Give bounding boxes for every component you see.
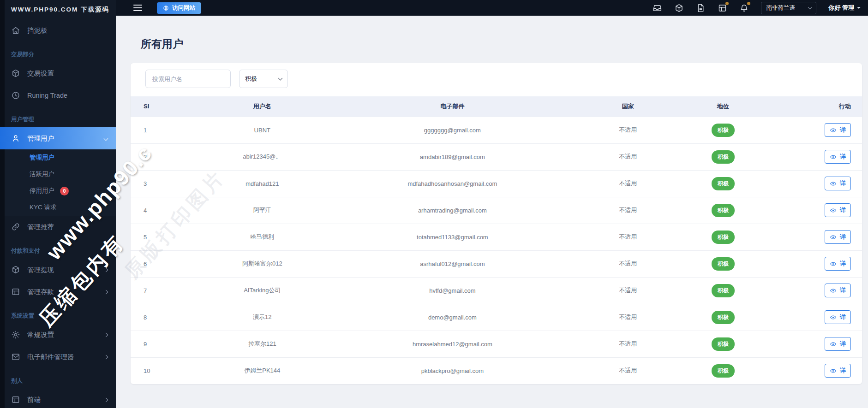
- sidebar-subitem[interactable]: 停用用户0: [0, 183, 116, 199]
- view-detail-button[interactable]: 详: [825, 257, 851, 271]
- cell-si: 10: [131, 357, 189, 384]
- bell-icon[interactable]: [739, 3, 749, 13]
- view-detail-label: 详: [840, 260, 846, 268]
- sidebar-item[interactable]: 电子邮件管理器: [0, 346, 116, 368]
- sidebar-subitem-label: 活跃用户: [30, 170, 54, 178]
- view-detail-label: 详: [840, 286, 846, 295]
- eye-icon: [830, 180, 837, 187]
- cell-email: mdfahadhosanhosan@gmail.com: [335, 170, 569, 197]
- sidebar-item[interactable]: 管理推荐: [0, 216, 116, 238]
- sidebar-section-label: 交易部分: [0, 41, 116, 62]
- link-icon: [11, 222, 20, 231]
- column-header-si: SI: [131, 96, 189, 117]
- brand-logo: WWW.PHP90.COM 下载源码: [0, 0, 116, 19]
- cell-si: 6: [131, 250, 189, 277]
- eye-icon: [830, 287, 837, 294]
- gear-icon: [11, 330, 20, 339]
- view-detail-label: 详: [840, 126, 846, 134]
- view-detail-label: 详: [840, 313, 846, 321]
- users-card: 积极 SI 用户名 电子邮件 国家 地位 行动: [131, 63, 862, 384]
- home-icon: [11, 26, 20, 35]
- page-title: 所有用户: [141, 37, 862, 51]
- cell-si: 3: [131, 170, 189, 197]
- sidebar-item[interactable]: 前端: [0, 389, 116, 408]
- view-detail-button[interactable]: 详: [825, 364, 851, 378]
- status-badge: 积极: [712, 257, 735, 271]
- view-detail-button[interactable]: 详: [825, 123, 851, 137]
- view-detail-button[interactable]: 详: [825, 284, 851, 297]
- table-icon: [11, 287, 20, 296]
- document-icon[interactable]: [696, 3, 706, 13]
- user-menu[interactable]: 你好 管理: [828, 4, 861, 12]
- cell-username: 阿斯哈富尔012: [189, 250, 335, 277]
- sidebar-item[interactable]: 管理用户: [0, 127, 116, 149]
- status-badge: 积极: [712, 311, 735, 324]
- sidebar-item-label: 管理存款: [27, 288, 97, 296]
- sidebar-item[interactable]: 常规设置: [0, 324, 116, 346]
- cell-country: 不适用: [569, 224, 687, 250]
- column-header-action: 行动: [760, 96, 862, 117]
- sidebar-item-label: 管理提现: [27, 266, 97, 274]
- view-detail-label: 详: [840, 340, 846, 348]
- sidebar-item-label: 管理用户: [27, 134, 97, 143]
- eye-icon: [830, 234, 837, 241]
- table-row: 9拉塞尔121hmraselahmed12@gmail.com不适用积极详: [131, 331, 862, 357]
- sidebar-section-label: 别人: [0, 368, 116, 389]
- table-row: 8演示12demo@gmail.com不适用积极详: [131, 304, 862, 331]
- status-badge: 积极: [712, 364, 735, 378]
- status-select[interactable]: 积极: [239, 70, 288, 88]
- table-row: 10伊姆兰PK144pkblackpro@gmail.com不适用积极详: [131, 357, 862, 384]
- topbar: 访问网站 南非荷兰语: [116, 0, 868, 16]
- count-badge: 0: [60, 187, 69, 195]
- cell-si: 9: [131, 331, 189, 357]
- view-detail-button[interactable]: 详: [825, 203, 851, 217]
- table-row: 7AITarking公司hvffd@gmail.com不适用积极详: [131, 277, 862, 304]
- package-icon[interactable]: [674, 3, 684, 13]
- users-table: SI 用户名 电子邮件 国家 地位 行动 1UBNTggggggg@gmail.…: [131, 96, 862, 384]
- sidebar-item[interactable]: 挡泥板: [0, 19, 116, 41]
- cell-email: hmraselahmed12@gmail.com: [335, 331, 569, 357]
- sidebar-item[interactable]: 管理存款: [0, 281, 116, 303]
- view-detail-button[interactable]: 详: [825, 310, 851, 324]
- cell-si: 5: [131, 224, 189, 250]
- sidebar-subitem[interactable]: 管理用户: [0, 149, 116, 166]
- eye-icon: [830, 260, 837, 267]
- hamburger-menu-icon[interactable]: [133, 5, 142, 11]
- view-detail-button[interactable]: 详: [825, 337, 851, 351]
- visit-site-button[interactable]: 访问网站: [157, 2, 201, 14]
- column-header-country: 国家: [569, 96, 687, 117]
- eye-icon: [830, 127, 837, 134]
- sidebar-subitem[interactable]: 活跃用户: [0, 166, 116, 183]
- table-row: 4阿罕汗arhamtrading@gmail.com不适用积极详: [131, 197, 862, 224]
- cell-username: 阿罕汗: [189, 197, 335, 224]
- cell-username: mdfahad121: [189, 170, 335, 197]
- table-icon[interactable]: [718, 3, 727, 13]
- view-detail-button[interactable]: 详: [825, 230, 851, 244]
- sidebar-subitem[interactable]: KYC 请求: [0, 199, 116, 216]
- sidebar-item[interactable]: 交易设置: [0, 62, 116, 84]
- clock-icon: [11, 91, 20, 100]
- inbox-icon[interactable]: [652, 3, 662, 13]
- language-select[interactable]: 南非荷兰语: [761, 2, 816, 14]
- cell-si: 2: [131, 143, 189, 170]
- main-content: 所有用户 积极 SI 用户名 电子邮件: [116, 16, 868, 408]
- cell-username: 演示12: [189, 304, 335, 331]
- table-header-row: SI 用户名 电子邮件 国家 地位 行动: [131, 96, 862, 117]
- table-row: 1UBNTggggggg@gmail.com不适用积极详: [131, 117, 862, 143]
- eye-icon: [830, 341, 837, 348]
- view-detail-label: 详: [840, 206, 846, 214]
- view-detail-button[interactable]: 详: [825, 150, 851, 164]
- view-detail-button[interactable]: 详: [825, 177, 851, 190]
- cell-email: ggggggg@gmail.com: [335, 117, 569, 143]
- chevron-down-icon: [278, 76, 283, 81]
- status-badge: 积极: [712, 337, 735, 351]
- eye-icon: [830, 207, 837, 214]
- table-row: 5哈马德利totahmed1133@gmail.com不适用积极详: [131, 224, 862, 250]
- status-select-value: 积极: [245, 75, 257, 83]
- view-detail-label: 详: [840, 153, 846, 161]
- sidebar-item[interactable]: Runing Trade: [0, 84, 116, 106]
- visit-site-label: 访问网站: [172, 4, 195, 12]
- sidebar-item[interactable]: 管理提现: [0, 259, 116, 281]
- cell-email: pkblackpro@gmail.com: [335, 357, 569, 384]
- search-input[interactable]: [145, 70, 231, 88]
